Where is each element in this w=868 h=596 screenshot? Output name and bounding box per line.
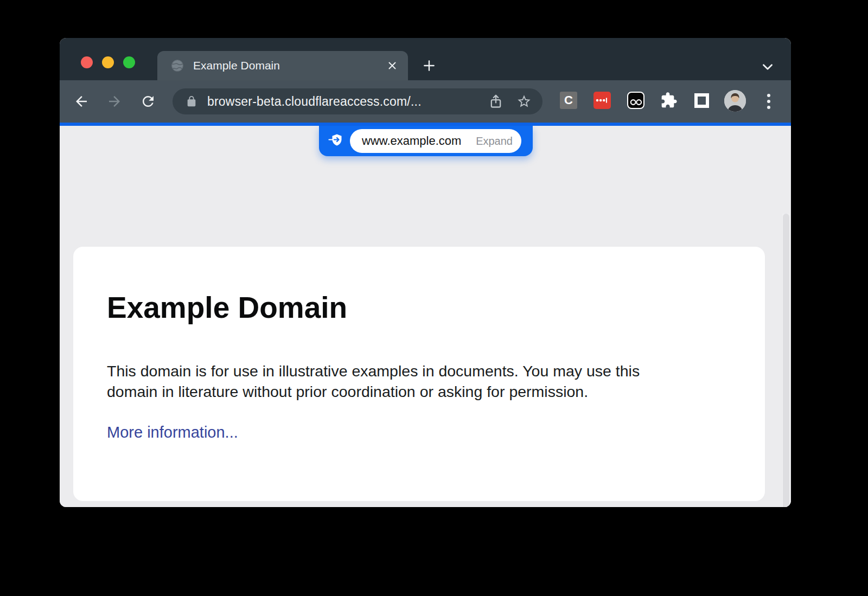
toolbar: browser-beta.cloudflareaccess.com/... C bbox=[60, 80, 791, 123]
minimize-window-button[interactable] bbox=[102, 56, 114, 68]
tab-bar: Example Domain bbox=[60, 38, 791, 80]
content-card: Example Domain This domain is for use in… bbox=[73, 247, 765, 501]
new-tab-button[interactable] bbox=[422, 59, 436, 73]
forward-button[interactable] bbox=[106, 93, 123, 110]
zoom-window-button[interactable] bbox=[123, 56, 135, 68]
tab-search-chevron-icon[interactable] bbox=[761, 60, 775, 74]
isolation-banner: www.example.com Expand bbox=[319, 126, 533, 156]
scrollbar-track[interactable] bbox=[782, 214, 790, 507]
page-body-text: This domain is for use in illustrative e… bbox=[107, 361, 736, 402]
share-icon[interactable] bbox=[488, 94, 503, 109]
tab-example-domain[interactable]: Example Domain bbox=[157, 51, 408, 80]
tab-close-icon[interactable] bbox=[386, 60, 398, 72]
isolated-domain-pill[interactable]: www.example.com Expand bbox=[350, 129, 521, 153]
side-panel-icon[interactable] bbox=[694, 93, 709, 108]
screenshot-stage: Example Domain bbox=[0, 0, 868, 596]
extension-camera-icon[interactable] bbox=[627, 92, 644, 109]
browser-window: Example Domain bbox=[60, 38, 791, 507]
close-window-button[interactable] bbox=[81, 56, 93, 68]
browser-menu-icon[interactable] bbox=[767, 93, 771, 110]
bookmark-star-icon[interactable] bbox=[516, 94, 532, 109]
page-title: Example Domain bbox=[107, 290, 347, 325]
address-bar[interactable]: browser-beta.cloudflareaccess.com/... bbox=[173, 88, 542, 114]
shield-arrow-icon bbox=[328, 133, 344, 149]
lock-icon bbox=[186, 95, 197, 107]
isolated-domain-text: www.example.com bbox=[362, 134, 476, 148]
scrollbar-thumb[interactable] bbox=[783, 214, 789, 507]
globe-favicon-icon bbox=[170, 59, 184, 73]
extension-c-icon[interactable]: C bbox=[560, 92, 577, 109]
extension-lastpass-icon[interactable] bbox=[593, 92, 611, 109]
back-button[interactable] bbox=[73, 93, 90, 110]
more-information-link[interactable]: More information... bbox=[107, 424, 238, 441]
extensions-puzzle-icon[interactable] bbox=[660, 92, 678, 109]
page-viewport: Example Domain This domain is for use in… bbox=[60, 126, 791, 507]
tab-title: Example Domain bbox=[193, 59, 386, 72]
url-text[interactable]: browser-beta.cloudflareaccess.com/... bbox=[207, 94, 475, 109]
reload-button[interactable] bbox=[140, 93, 156, 110]
expand-button[interactable]: Expand bbox=[476, 135, 513, 148]
profile-avatar[interactable] bbox=[724, 90, 746, 112]
